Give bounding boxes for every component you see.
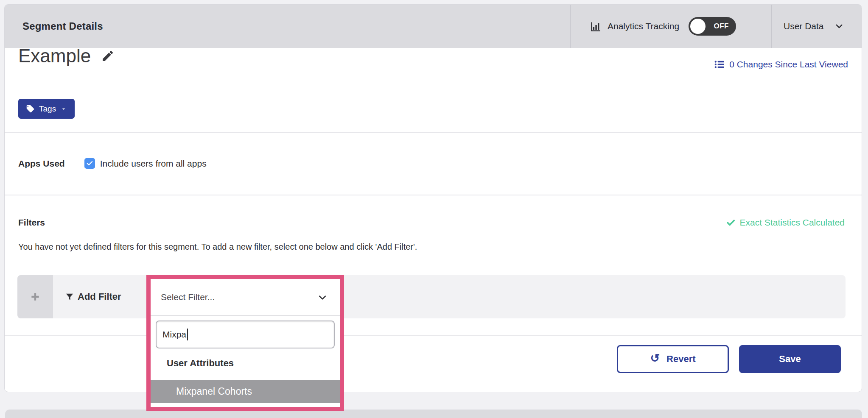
changes-link-label: 0 Changes Since Last Viewed [729, 59, 848, 70]
add-filter-plus-button[interactable] [17, 275, 53, 318]
section-divider [5, 195, 862, 195]
check-icon [86, 160, 93, 167]
apps-used-row: Apps Used Include users from all apps [18, 158, 207, 169]
text-cursor [187, 329, 188, 340]
save-button[interactable]: Save [739, 345, 841, 373]
add-filter-button-label: Add Filter [78, 291, 121, 302]
caret-down-icon [60, 106, 67, 112]
include-all-apps-checkbox[interactable] [84, 158, 95, 169]
card-header-bar: Segment Details Analytics Tracking OFF U… [5, 5, 862, 48]
filter-search-value: Mixpa [162, 329, 186, 340]
dropdown-option-mixpanel-cohorts[interactable]: Mixpanel Cohorts [151, 380, 340, 403]
exact-statistics-status: Exact Statistics Calculated [726, 217, 845, 228]
page-title: Segment Details [22, 5, 103, 48]
user-data-label: User Data [784, 21, 824, 31]
add-filter-row: Add Filter [17, 275, 846, 318]
filter-dropdown-highlight-box: Select Filter... Mixpa User Attributes M… [146, 275, 344, 411]
funnel-icon [65, 292, 74, 301]
analytics-tracking-group: Analytics Tracking OFF [590, 5, 736, 48]
segment-name-row: Example [18, 45, 115, 67]
analytics-tracking-label: Analytics Tracking [608, 21, 679, 31]
tags-button[interactable]: Tags [18, 99, 75, 119]
header-divider [771, 5, 772, 48]
tag-icon [26, 104, 35, 113]
revert-button-label: Revert [666, 354, 695, 365]
header-divider [570, 5, 571, 48]
filters-empty-message: You have not yet defined filters for thi… [18, 242, 417, 252]
toggle-knob [690, 19, 706, 34]
filters-heading: Filters [18, 217, 45, 228]
chevron-down-icon [835, 22, 843, 31]
include-all-apps-label: Include users from all apps [100, 159, 207, 169]
analytics-tracking-toggle[interactable]: OFF [689, 17, 736, 36]
apps-used-label: Apps Used [18, 159, 65, 169]
tags-button-label: Tags [39, 104, 56, 114]
user-data-dropdown[interactable]: User Data [784, 5, 843, 48]
changes-since-last-viewed-link[interactable]: 0 Changes Since Last Viewed [714, 59, 848, 70]
bar-chart-icon [590, 21, 602, 32]
toggle-state-label: OFF [709, 17, 734, 36]
revert-button[interactable]: ↺ Revert [617, 345, 729, 373]
filter-search-input[interactable]: Mixpa [156, 320, 335, 348]
plus-icon [30, 291, 41, 302]
changes-list-icon [714, 59, 725, 70]
segment-details-card: Segment Details Analytics Tracking OFF U… [4, 4, 862, 392]
add-filter-button[interactable]: Add Filter [65, 275, 121, 318]
select-filter-dropdown[interactable]: Select Filter... [151, 279, 340, 316]
segment-name-text: Example [18, 45, 91, 67]
section-divider [5, 132, 862, 133]
checkmark-icon [726, 218, 736, 228]
pencil-edit-icon[interactable] [101, 49, 115, 63]
chevron-down-icon [318, 293, 327, 302]
section-divider [5, 335, 862, 336]
select-filter-value: Select Filter... [161, 279, 215, 315]
save-button-label: Save [779, 354, 801, 365]
exact-statistics-label: Exact Statistics Calculated [740, 217, 845, 228]
dropdown-group-header: User Attributes [167, 358, 234, 369]
next-section-header-bar [5, 410, 862, 418]
revert-icon: ↺ [650, 353, 660, 364]
include-all-apps-option: Include users from all apps [84, 158, 207, 169]
